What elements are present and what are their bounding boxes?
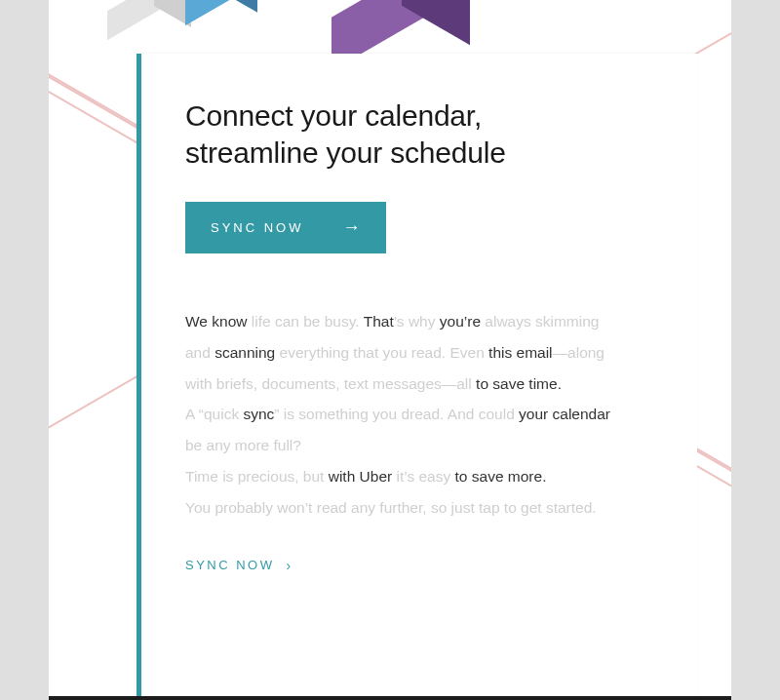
- emphasized-text: you’re: [440, 313, 486, 330]
- body-copy: We know life can be busy. That’s why you…: [185, 306, 624, 523]
- faded-text: ” is something you dread. And could: [274, 406, 519, 422]
- faded-text: it’s easy: [397, 468, 455, 485]
- page-heading: Connect your calendar, streamline your s…: [185, 97, 653, 171]
- iso-block-purple: [332, 0, 448, 54]
- faded-text: Time is precious, but: [185, 468, 329, 485]
- iso-block-blue: [185, 0, 254, 19]
- emphasized-text: to save time.: [476, 375, 562, 392]
- email-page: Connect your calendar, streamline your s…: [49, 0, 731, 700]
- heading-line-1: Connect your calendar,: [185, 99, 482, 132]
- sync-now-link[interactable]: SYNC NOW ›: [185, 558, 293, 573]
- emphasized-text: your calendar: [519, 406, 610, 422]
- faded-text: You probably won’t read any further, so …: [185, 499, 597, 516]
- emphasized-text: sync: [243, 406, 274, 422]
- emphasized-text: with Uber: [329, 468, 397, 485]
- sync-now-button-label: SYNC NOW: [211, 220, 304, 235]
- arrow-right-icon: →: [343, 217, 361, 238]
- emphasized-text: to save more.: [455, 468, 547, 485]
- content-card: Connect your calendar, streamline your s…: [136, 54, 697, 700]
- emphasized-text: scanning: [214, 344, 279, 361]
- faded-text: ’s why: [394, 313, 440, 330]
- faded-text: be any more full?: [185, 437, 301, 453]
- emphasized-text: We know: [185, 313, 252, 330]
- heading-line-2: streamline your schedule: [185, 136, 506, 169]
- chevron-right-icon: ›: [287, 558, 293, 573]
- sync-now-button[interactable]: SYNC NOW →: [185, 202, 386, 253]
- faded-text: life can be busy.: [252, 313, 364, 330]
- faded-text: A “quick: [185, 406, 243, 422]
- emphasized-text: That: [364, 313, 394, 330]
- iso-block-gray: [107, 0, 185, 34]
- sync-now-link-label: SYNC NOW: [185, 558, 275, 572]
- emphasized-text: this email: [488, 344, 552, 361]
- faded-text: everything that you read. Even: [280, 344, 489, 361]
- footer-sliver: [49, 696, 731, 700]
